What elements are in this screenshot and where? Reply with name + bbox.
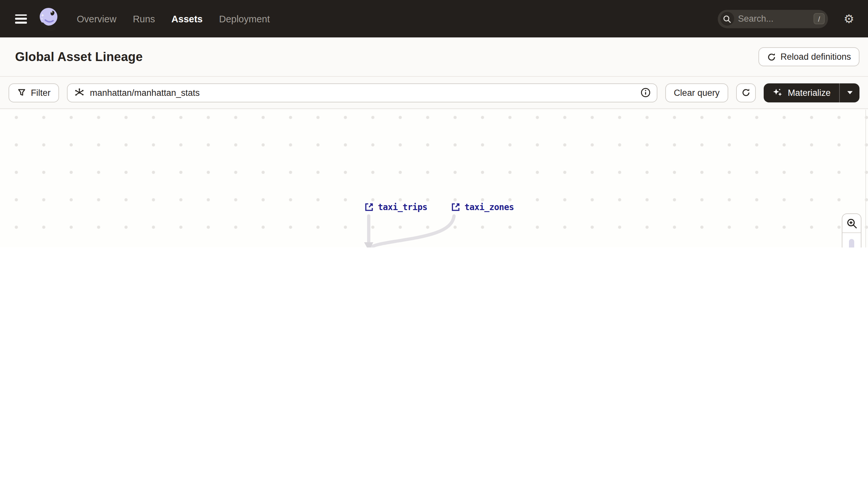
materialize-dropdown-button[interactable]: [840, 83, 860, 102]
search-shortcut-badge: /: [814, 13, 825, 24]
zoom-in-button[interactable]: [843, 214, 861, 233]
zoom-in-icon: [846, 218, 857, 229]
materialize-label: Materialize: [787, 88, 831, 98]
lineage-toolbar: Filter Clear query: [0, 77, 868, 109]
filter-label: Filter: [31, 88, 51, 98]
filter-funnel-icon: [17, 88, 26, 97]
reload-label: Reload definitions: [780, 52, 851, 62]
materialize-button[interactable]: Materialize: [763, 83, 839, 102]
canvas-right-edge: [865, 109, 866, 248]
dagster-logo-icon[interactable]: [37, 6, 61, 31]
clear-query-label: Clear query: [674, 88, 720, 98]
upstream-asset-taxi-zones[interactable]: taxi_zones: [451, 202, 514, 212]
refresh-icon: [741, 88, 750, 97]
asset-graph-icon: [74, 87, 85, 98]
asset-name: taxi_trips: [378, 202, 427, 212]
info-icon[interactable]: [640, 87, 651, 98]
nav-assets[interactable]: Assets: [172, 14, 203, 24]
zoom-slider-track[interactable]: [849, 239, 854, 248]
zoom-slider: [843, 233, 861, 248]
lineage-edges: [0, 109, 868, 248]
asset-query-input[interactable]: [67, 83, 657, 102]
upstream-asset-taxi-trips[interactable]: taxi_trips: [365, 202, 427, 212]
asset-name: taxi_zones: [464, 202, 514, 212]
page-title: Global Asset Lineage: [15, 50, 143, 64]
lineage-canvas[interactable]: taxi_trips taxi_zones manhattan_stats Me…: [0, 109, 868, 248]
global-search[interactable]: /: [718, 10, 828, 28]
external-link-icon: [451, 203, 460, 211]
edge-taxi-zones-to-manhattan-stats: [370, 216, 454, 248]
clear-query-button[interactable]: Clear query: [665, 83, 728, 102]
page-header: Global Asset Lineage Reload definitions: [0, 37, 868, 77]
zoom-controls: [842, 214, 862, 248]
search-input[interactable]: [734, 14, 814, 24]
filter-button[interactable]: Filter: [8, 83, 59, 102]
primary-nav: Overview Runs Assets Deployment: [77, 14, 270, 24]
top-nav-bar: Overview Runs Assets Deployment / ⚙: [0, 0, 868, 37]
nav-deployment[interactable]: Deployment: [219, 14, 270, 24]
dagster-app: Overview Runs Assets Deployment / ⚙ Glob…: [0, 0, 868, 248]
reload-icon: [767, 52, 776, 62]
materialize-split-button: Materialize: [763, 83, 860, 102]
hamburger-menu-icon[interactable]: [15, 14, 27, 23]
top-nav-right: / ⚙: [718, 10, 854, 28]
external-link-icon: [365, 203, 373, 211]
caret-down-icon: [847, 90, 853, 95]
search-icon: [720, 12, 734, 25]
reload-definitions-button[interactable]: Reload definitions: [758, 47, 860, 66]
gear-icon[interactable]: ⚙: [844, 13, 854, 24]
sparkles-icon: [772, 87, 782, 98]
refresh-button[interactable]: [736, 83, 756, 102]
asset-query-field: [67, 83, 657, 102]
nav-runs[interactable]: Runs: [133, 14, 155, 24]
arrowhead: [364, 242, 373, 248]
nav-overview[interactable]: Overview: [77, 14, 117, 24]
